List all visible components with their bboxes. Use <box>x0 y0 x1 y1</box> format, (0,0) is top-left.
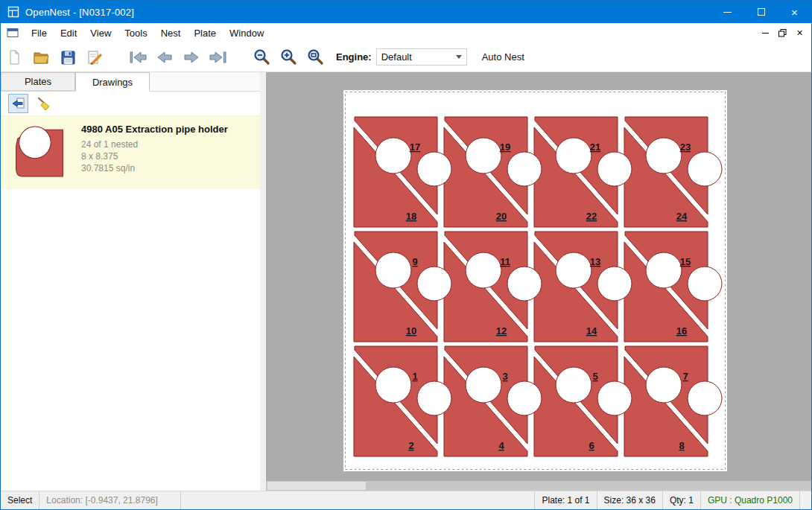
document-icon[interactable] <box>7 28 19 38</box>
engine-dropdown-value: Default <box>381 51 412 63</box>
previous-arrow-icon <box>155 51 174 64</box>
part-number-label[interactable]: 24 <box>676 211 688 222</box>
pipe-cutout <box>507 267 542 301</box>
first-arrow-icon <box>128 51 148 64</box>
zoom-in-button[interactable] <box>276 45 301 69</box>
previous-plate-button[interactable] <box>152 45 177 69</box>
status-location: Location: [-0.9437, 21.8796] <box>39 491 180 509</box>
pipe-cutout <box>466 138 501 173</box>
pipe-cutout <box>417 267 451 301</box>
pipe-cutout <box>556 367 591 403</box>
nesting-canvas[interactable]: 171819202122232491011121314151612345678 <box>266 72 811 491</box>
resize-grip[interactable] <box>799 491 811 509</box>
status-spacer <box>180 491 534 509</box>
minimize-button[interactable] <box>711 1 744 23</box>
mdi-restore-button[interactable] <box>774 25 791 41</box>
status-mode: Select <box>1 491 39 509</box>
menu-file[interactable]: File <box>25 23 54 42</box>
menu-plate[interactable]: Plate <box>187 23 223 42</box>
menu-window[interactable]: Window <box>223 23 270 42</box>
maximize-button[interactable] <box>744 1 778 23</box>
save-button[interactable] <box>55 45 80 69</box>
part-number-label[interactable]: 21 <box>590 141 600 153</box>
part-number-label[interactable]: 13 <box>590 256 600 267</box>
pipe-cutout <box>507 381 542 415</box>
part-number-label[interactable]: 22 <box>586 211 597 222</box>
part-number-label[interactable]: 10 <box>406 325 416 337</box>
part-number-label[interactable]: 1 <box>412 371 417 382</box>
part-number-label[interactable]: 12 <box>496 325 507 337</box>
sidebar: Plates Drawings <box>1 72 260 491</box>
menu-tools[interactable]: Tools <box>118 23 153 42</box>
tab-drawings[interactable]: Drawings <box>75 72 150 92</box>
chevron-down-icon <box>456 55 462 59</box>
clear-button[interactable] <box>34 94 54 113</box>
plate[interactable]: 171819202122232491011121314151612345678 <box>343 90 727 471</box>
part-number-label[interactable]: 23 <box>680 141 691 153</box>
open-button[interactable] <box>28 45 54 69</box>
part-number-label[interactable]: 3 <box>502 371 507 382</box>
auto-nest-button[interactable]: Auto Nest <box>478 48 529 66</box>
part-number-label[interactable]: 19 <box>500 141 510 153</box>
status-gpu: GPU : Quadro P1000 <box>700 491 799 509</box>
plate-drawing[interactable]: 171819202122232491011121314151612345678 <box>343 90 727 471</box>
part-number-label[interactable]: 8 <box>679 440 684 451</box>
pipe-cutout <box>375 252 411 288</box>
next-plate-button[interactable] <box>179 45 204 69</box>
part-number-label[interactable]: 18 <box>406 211 416 222</box>
part-number-label[interactable]: 5 <box>592 371 597 382</box>
pipe-cutout <box>646 138 682 173</box>
part-number-label[interactable]: 16 <box>676 325 687 337</box>
tab-plates[interactable]: Plates <box>1 72 75 91</box>
menu-view[interactable]: View <box>83 23 118 42</box>
part-number-label[interactable]: 2 <box>408 440 413 451</box>
mdi-minimize-button[interactable] <box>757 25 774 41</box>
zoom-out-button[interactable] <box>249 45 274 69</box>
menu-nest[interactable]: Nest <box>154 23 188 42</box>
pipe-cutout <box>507 152 542 186</box>
part-number-label[interactable]: 20 <box>496 211 507 222</box>
window-title: OpenNest - [N0317-002] <box>25 7 134 18</box>
first-plate-button[interactable] <box>125 45 150 69</box>
send-left-arrow-icon <box>11 97 25 110</box>
part-number-label[interactable]: 9 <box>412 256 417 267</box>
part-number-label[interactable]: 17 <box>410 141 420 153</box>
broom-icon <box>37 96 51 111</box>
pipe-cutout <box>556 252 591 288</box>
drawing-list-item[interactable]: 4980 A05 Extraction pipe holder 24 of 1 … <box>1 116 260 189</box>
part-number-label[interactable]: 4 <box>498 440 504 451</box>
part-number-label[interactable]: 11 <box>500 256 510 267</box>
panel-splitter[interactable] <box>260 72 266 491</box>
new-file-button[interactable] <box>1 45 27 69</box>
pipe-cutout <box>646 252 682 288</box>
engine-dropdown[interactable]: Default <box>376 48 467 66</box>
send-to-nest-button[interactable] <box>8 94 28 113</box>
part-number-label[interactable]: 15 <box>680 256 691 267</box>
save-edit-button[interactable] <box>82 45 107 69</box>
close-button[interactable]: × <box>778 1 811 23</box>
part-number-label[interactable]: 7 <box>682 371 688 382</box>
part-number-label[interactable]: 14 <box>586 325 597 337</box>
last-plate-button[interactable] <box>206 45 231 69</box>
main-toolbar: Engine: Default Auto Nest <box>1 42 811 72</box>
status-size: Size: 36 x 36 <box>597 491 662 509</box>
mdi-close-button[interactable]: × <box>791 25 808 41</box>
sidebar-tabs: Plates Drawings <box>1 72 260 92</box>
edit-document-icon <box>86 49 104 66</box>
app-icon <box>7 6 19 18</box>
zoom-fit-button[interactable] <box>302 45 328 69</box>
scrollbar-thumb[interactable] <box>267 482 366 490</box>
sidebar-toolbar <box>1 92 260 116</box>
drawing-area: 30.7815 sq/in <box>81 162 228 174</box>
status-qty: Qty: 1 <box>662 491 700 509</box>
menu-edit[interactable]: Edit <box>54 23 83 42</box>
mdi-window-controls: × <box>757 25 811 41</box>
pipe-cutout <box>597 152 632 186</box>
part-number-label[interactable]: 6 <box>589 440 594 451</box>
pipe-cutout <box>375 367 411 403</box>
pipe-cutout <box>556 138 591 173</box>
status-plate: Plate: 1 of 1 <box>534 491 596 509</box>
horizontal-scrollbar[interactable] <box>266 481 811 491</box>
pipe-cutout <box>646 367 682 403</box>
pipe-cutout <box>375 138 411 173</box>
